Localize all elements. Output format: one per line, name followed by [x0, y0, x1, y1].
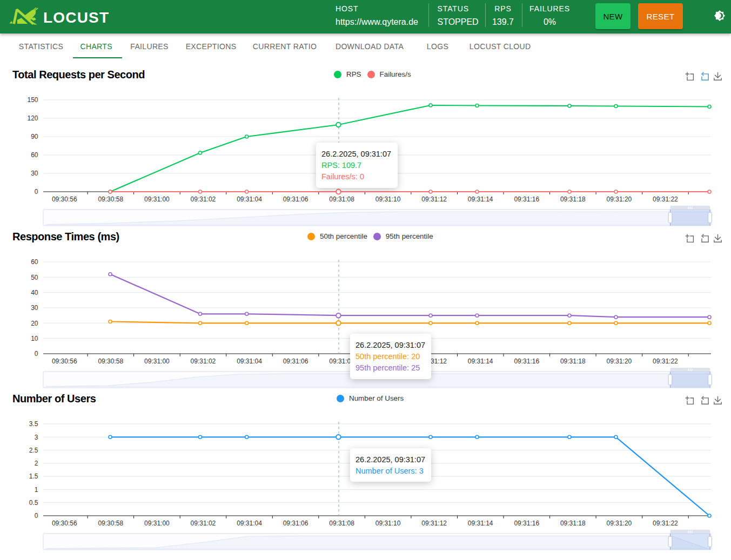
svg-text:0: 0 [35, 188, 38, 195]
svg-text:60: 60 [31, 258, 38, 266]
svg-text:09:31:20: 09:31:20 [607, 195, 632, 203]
svg-text:2.5: 2.5 [29, 447, 38, 454]
svg-text:09:30:56: 09:30:56 [52, 357, 77, 365]
svg-text:09:30:56: 09:30:56 [52, 519, 77, 527]
svg-text:40: 40 [31, 289, 38, 296]
svg-text:150: 150 [27, 96, 38, 104]
svg-text:09:30:56: 09:30:56 [52, 195, 77, 203]
svg-text:0.5: 0.5 [29, 499, 38, 507]
svg-text:09:31:00: 09:31:00 [144, 357, 170, 365]
svg-text:09:31:14: 09:31:14 [468, 195, 493, 203]
svg-text:09:30:58: 09:30:58 [98, 195, 123, 203]
svg-text:120: 120 [27, 114, 38, 122]
svg-text:0: 0 [35, 512, 38, 519]
svg-text:09:31:16: 09:31:16 [514, 519, 539, 527]
svg-text:0: 0 [35, 350, 38, 357]
svg-text:09:31:18: 09:31:18 [560, 357, 586, 365]
svg-text:09:30:58: 09:30:58 [98, 357, 123, 365]
svg-text:09:31:00: 09:31:00 [144, 519, 170, 527]
svg-text:09:31:16: 09:31:16 [514, 195, 539, 203]
svg-text:09:31:06: 09:31:06 [283, 519, 309, 527]
svg-text:09:31:02: 09:31:02 [191, 519, 216, 527]
svg-text:09:31:18: 09:31:18 [560, 195, 586, 203]
svg-text:09:31:04: 09:31:04 [237, 519, 262, 527]
svg-text:09:31:10: 09:31:10 [375, 195, 401, 203]
svg-text:09:31:16: 09:31:16 [514, 357, 539, 365]
svg-text:90: 90 [31, 133, 38, 140]
svg-text:60: 60 [31, 151, 38, 159]
svg-text:20: 20 [31, 320, 38, 327]
svg-text:09:31:20: 09:31:20 [607, 519, 632, 527]
svg-text:3.5: 3.5 [29, 420, 38, 428]
svg-text:09:31:00: 09:31:00 [144, 195, 170, 203]
svg-text:09:31:12: 09:31:12 [421, 519, 447, 527]
svg-text:10: 10 [31, 335, 38, 342]
svg-text:09:31:22: 09:31:22 [653, 357, 678, 365]
svg-text:09:30:58: 09:30:58 [98, 519, 123, 527]
svg-text:3: 3 [35, 434, 38, 441]
svg-text:50: 50 [31, 274, 38, 281]
svg-text:09:31:08: 09:31:08 [329, 195, 354, 203]
svg-text:09:31:04: 09:31:04 [237, 357, 262, 365]
svg-text:09:31:20: 09:31:20 [607, 357, 632, 365]
svg-text:09:31:02: 09:31:02 [191, 195, 216, 203]
svg-text:1.5: 1.5 [29, 473, 38, 480]
svg-text:09:31:06: 09:31:06 [283, 357, 309, 365]
svg-text:09:31:22: 09:31:22 [653, 195, 678, 203]
svg-text:09:31:12: 09:31:12 [421, 195, 447, 203]
svg-text:09:31:10: 09:31:10 [375, 519, 401, 527]
svg-text:09:31:02: 09:31:02 [191, 357, 216, 365]
svg-text:09:31:14: 09:31:14 [468, 357, 493, 365]
svg-text:09:31:22: 09:31:22 [653, 519, 678, 527]
svg-text:2: 2 [35, 460, 38, 467]
svg-text:1: 1 [35, 486, 38, 494]
svg-text:09:31:06: 09:31:06 [283, 195, 309, 203]
svg-text:30: 30 [31, 170, 38, 177]
svg-text:09:31:14: 09:31:14 [468, 519, 493, 527]
svg-text:09:31:08: 09:31:08 [329, 519, 354, 527]
svg-text:09:31:04: 09:31:04 [237, 195, 262, 203]
svg-text:09:31:18: 09:31:18 [560, 519, 586, 527]
svg-text:30: 30 [31, 304, 38, 312]
